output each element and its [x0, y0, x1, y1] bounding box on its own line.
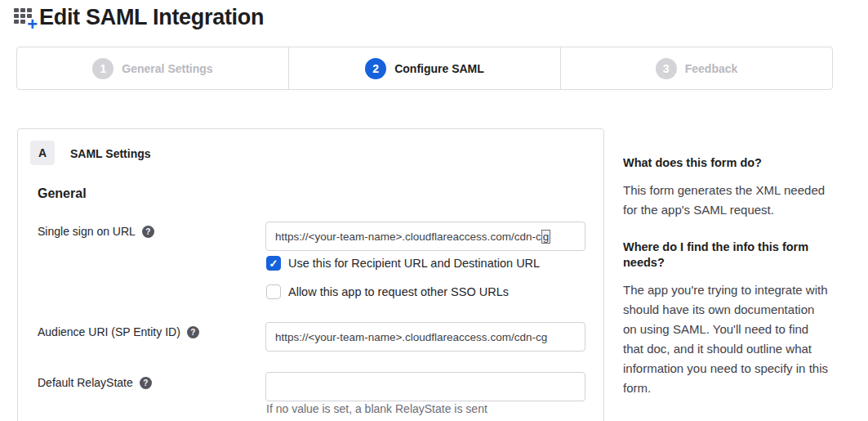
step-configure-saml[interactable]: 2 Configure SAML: [289, 47, 561, 89]
help-heading-where: Where do I find the info this form needs…: [623, 240, 829, 271]
recipient-url-checkbox[interactable]: ✓: [266, 256, 281, 271]
plus-icon: +: [27, 16, 38, 34]
step-3-circle: 3: [656, 58, 677, 79]
recipient-url-checkbox-row[interactable]: ✓ Use this for Recipient URL and Destina…: [266, 256, 540, 271]
help-icon[interactable]: ?: [187, 326, 199, 338]
step-2-label: Configure SAML: [394, 62, 484, 75]
page-header: + Edit SAML Integration: [14, 5, 264, 30]
help-icon[interactable]: ?: [140, 377, 152, 389]
audience-uri-input[interactable]: https://<your-team-name>.cloudflareacces…: [265, 322, 585, 352]
other-sso-checkbox-label: Allow this app to request other SSO URLs: [288, 285, 509, 298]
section-title: SAML Settings: [70, 147, 151, 160]
relay-state-input[interactable]: [265, 372, 585, 401]
step-1-circle: 1: [92, 58, 114, 79]
step-feedback[interactable]: 3 Feedback: [561, 47, 832, 89]
audience-uri-label: Audience URI (SP Entity ID) ?: [38, 325, 199, 338]
step-general-settings[interactable]: 1 General Settings: [17, 47, 289, 89]
help-body-what: This form generates the XML needed for t…: [623, 181, 829, 220]
check-icon: ✓: [269, 258, 278, 269]
relay-state-helper-text: If no value is set, a blank RelayState i…: [266, 402, 487, 415]
step-2-circle: 2: [365, 58, 386, 79]
recipient-url-checkbox-label: Use this for Recipient URL and Destinati…: [288, 257, 540, 270]
help-icon[interactable]: ?: [142, 226, 154, 238]
section-badge-a: A: [30, 141, 55, 165]
saml-settings-panel: A SAML Settings General Single sign on U…: [17, 128, 604, 421]
other-sso-checkbox-row[interactable]: ✓ Allow this app to request other SSO UR…: [266, 284, 509, 299]
edit-saml-integration-page: + Edit SAML Integration 1 General Settin…: [0, 0, 868, 421]
other-sso-checkbox[interactable]: ✓: [266, 284, 281, 299]
app-grid-plus-icon: +: [14, 7, 36, 29]
step-wizard: 1 General Settings 2 Configure SAML 3 Fe…: [16, 47, 833, 90]
sso-url-label: Single sign on URL ?: [38, 225, 154, 238]
help-heading-what: What does this form do?: [623, 155, 829, 171]
step-3-label: Feedback: [685, 62, 738, 75]
help-body-where: The app you're trying to integrate with …: [623, 280, 829, 398]
help-sidebar: What does this form do? This form genera…: [623, 155, 829, 418]
text-cursor: g: [541, 230, 551, 244]
page-title: Edit SAML Integration: [39, 5, 264, 30]
step-1-label: General Settings: [122, 62, 212, 75]
sso-url-input[interactable]: https://<your-team-name>.cloudflareacces…: [265, 222, 585, 251]
group-title-general: General: [38, 186, 87, 201]
relay-state-label: Default RelayState ?: [38, 376, 152, 389]
